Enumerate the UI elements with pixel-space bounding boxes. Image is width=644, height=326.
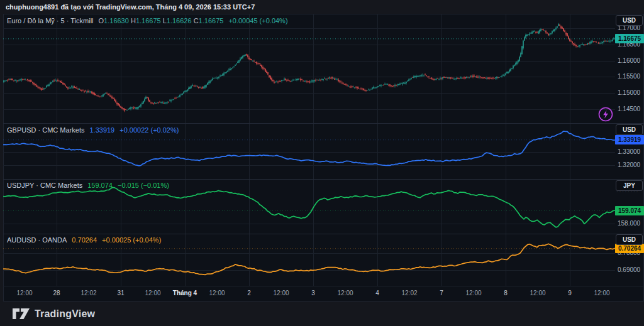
open-value: 1.16630 — [104, 17, 129, 24]
last-value: 159.074 — [87, 182, 113, 189]
last-value: 1.33919 — [89, 126, 114, 134]
tradingview-published-chart: chuphuong4891 đã tạo với TradingView.com… — [0, 0, 644, 326]
legend-usdjpy: USDJPY · CMC Markets 159.074 −0.015 (−0.… — [7, 182, 169, 190]
high-value: 1.16675 — [136, 17, 161, 24]
symbol-title[interactable]: AUDUSD · OANDA — [7, 236, 67, 244]
legend-eurusd: Euro / Đô la Mỹ · 5 · Tickmill O1.16630 … — [7, 17, 288, 25]
change-value: +0.00022 (+0.02%) — [119, 126, 179, 134]
chart-widget: Euro / Đô la Mỹ · 5 · Tickmill O1.16630 … — [3, 14, 644, 302]
change-value: +0.00045 (+0.04%) — [228, 17, 287, 24]
price-tick-label: 1.15000 — [618, 89, 640, 97]
time-axis-label: 12:00 — [583, 290, 621, 296]
brand-text[interactable]: TradingView — [35, 308, 95, 320]
ohlc-values: O1.16630 H1.16675 L1.16626 C1.16675 — [99, 17, 224, 24]
price-tick-label: 1.32000 — [618, 161, 640, 169]
time-axis[interactable]: 12:002812:023112:00Tháng 412:00212:00312… — [3, 286, 615, 302]
pane-separator[interactable] — [3, 234, 644, 234]
close-value: 1.16675 — [199, 17, 224, 24]
price-label-eurusd: 1.16675 — [615, 34, 644, 43]
pane-separator[interactable] — [3, 179, 644, 180]
open-key: O — [99, 17, 104, 24]
tradingview-logo[interactable] — [13, 308, 30, 319]
price-label-audusd: 0.70264 — [615, 244, 644, 253]
currency-button-jpy[interactable]: JPY — [616, 180, 643, 191]
legend-gbpusd: GBPUSD · CMC Markets 1.33919 +0.00022 (+… — [7, 126, 179, 134]
low-value: 1.16626 — [167, 17, 192, 24]
price-tick-label: 0.69000 — [618, 266, 640, 274]
price-label-usdjpy: 159.074 — [615, 206, 644, 215]
symbol-title[interactable]: GBPUSD · CMC Markets — [7, 126, 84, 134]
price-tick-label: 1.15500 — [618, 73, 640, 80]
line-series-usdjpy — [3, 188, 614, 227]
attribution-bar: chuphuong4891 đã tạo với TradingView.com… — [0, 0, 644, 14]
price-tick-label: 1.16000 — [618, 57, 640, 65]
chart-plot[interactable] — [3, 14, 615, 286]
high-key: H — [131, 17, 136, 24]
flash-icon[interactable] — [597, 106, 614, 123]
time-axis-separator — [3, 286, 644, 286]
currency-button-usd[interactable]: USD — [616, 234, 643, 245]
close-key: C — [194, 17, 199, 24]
pane-separator[interactable] — [3, 123, 644, 124]
last-value: 0.70264 — [72, 236, 97, 244]
change-value: +0.00025 (+0.04%) — [102, 236, 161, 244]
symbol-title[interactable]: USDJPY · CMC Markets — [7, 182, 82, 189]
candlestick-series — [3, 23, 614, 112]
currency-button-usd[interactable]: USD — [616, 124, 643, 135]
price-tick-label: 158.000 — [618, 220, 640, 227]
price-tick-label: 1.33000 — [618, 148, 640, 156]
symbol-title[interactable]: Euro / Đô la Mỹ · 5 · Tickmill — [7, 17, 94, 24]
legend-audusd: AUDUSD · OANDA 0.70264 +0.00025 (+0.04%) — [7, 236, 161, 244]
footer: TradingView — [0, 302, 644, 326]
attribution-text: chuphuong4891 đã tạo với TradingView.com… — [6, 3, 255, 11]
price-tick-label: 1.14500 — [618, 106, 640, 113]
price-label-gbpusd: 1.33919 — [615, 135, 644, 144]
line-series-gbpusd — [3, 131, 614, 166]
currency-button-usd[interactable]: USD — [616, 15, 643, 26]
change-value: −0.015 (−0.01%) — [118, 182, 169, 189]
